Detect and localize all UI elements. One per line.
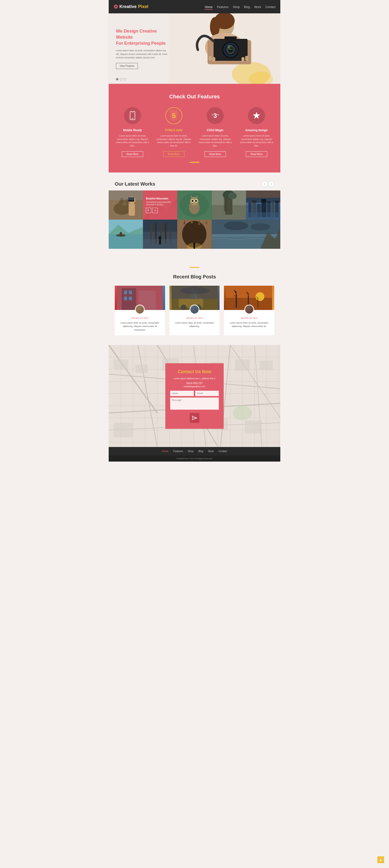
hero-title-line2: For Enterprising People: [116, 41, 166, 46]
work-item-1[interactable]: [109, 190, 143, 220]
nav-item-blog[interactable]: Blog: [244, 5, 250, 9]
footer-link-features[interactable]: Features: [173, 450, 183, 453]
nav-item-contact[interactable]: Contact: [266, 5, 275, 9]
nav-item-work[interactable]: Work: [254, 5, 261, 9]
works-prev-button[interactable]: ‹: [262, 181, 267, 187]
nav-item-shop[interactable]: Shop: [233, 5, 240, 9]
feature-icon-css3: 3 ≡ ≡: [207, 107, 224, 124]
svg-rect-19: [212, 57, 215, 61]
brand-name-pixel: Pixel: [138, 4, 148, 9]
svg-point-122: [180, 287, 209, 294]
contact-message-textarea[interactable]: [170, 397, 219, 410]
hero-cta-button[interactable]: View Projects: [116, 63, 138, 69]
work-cliff-svg: [212, 220, 280, 249]
footer-link-home[interactable]: Home: [162, 450, 169, 453]
nav-link-home[interactable]: Home: [205, 5, 212, 10]
work-rock-svg: [212, 190, 246, 220]
work-item-8[interactable]: [177, 220, 211, 249]
blog-text-3: Lorem ipsum dolor sit amet, consectetur …: [227, 321, 271, 328]
work-item-5[interactable]: [246, 190, 280, 220]
work-photo-city: [246, 190, 280, 220]
nav-link-contact[interactable]: Contact: [266, 5, 275, 9]
svg-point-99: [193, 243, 195, 245]
blog-date-3: January 09, 2014: [227, 317, 271, 319]
work-photo-dog: [109, 190, 143, 220]
work-city-svg: [246, 190, 280, 220]
brand-name-kreative: Kreative: [119, 4, 137, 9]
contact-submit-button[interactable]: [190, 413, 199, 423]
svg-rect-175: [260, 361, 273, 370]
hero-dot-2[interactable]: [120, 78, 122, 81]
works-next-button[interactable]: ›: [268, 181, 274, 187]
blog-title-bold: Blog Posts: [190, 274, 216, 279]
work-dog-svg: [109, 190, 143, 220]
features-section: Check Out Features Mobile Ready Lorem ip…: [109, 84, 280, 173]
svg-point-103: [224, 221, 248, 230]
hero-camera-svg: [169, 13, 280, 84]
svg-point-53: [191, 200, 193, 202]
contact-form-name-email-row: [170, 391, 219, 396]
svg-rect-176: [114, 423, 133, 437]
read-more-design-button[interactable]: Read More: [246, 151, 267, 157]
feature-desc-mobile: Lorem ipsum dolor sit amet, consectetur …: [114, 134, 151, 148]
blog-avatar-3: [244, 305, 254, 314]
features-bottom-bar: [114, 162, 275, 163]
feature-item-mobile: Mobile Ready Lorem ipsum dolor sit amet,…: [114, 107, 151, 157]
nav-link-shop[interactable]: Shop: [233, 5, 240, 9]
footer-link-shop[interactable]: Shop: [188, 450, 193, 453]
read-more-mobile-button[interactable]: Read More: [122, 151, 143, 157]
footer-link-contact[interactable]: Contact: [218, 450, 227, 453]
feature-item-html5: 5 HTML5 Valid Lorem ipsum dolor sit amet…: [156, 107, 192, 157]
blog-avatar-img-3: [245, 305, 253, 314]
hero-image: [169, 13, 280, 84]
contact-section: Contact Us Now Lorem ipsum address line …: [109, 345, 280, 447]
send-icon: [192, 416, 197, 420]
svg-rect-39: [129, 204, 135, 216]
work-item-7[interactable]: [143, 220, 177, 249]
nav-item-features[interactable]: Features: [217, 5, 228, 9]
svg-rect-61: [224, 196, 226, 211]
blog-card-1: January 13, 2014 Lorem ipsum dolor sit a…: [115, 286, 165, 335]
work-item-2[interactable]: Beatiful Mountain Something more beautif…: [143, 190, 177, 220]
svg-rect-18: [209, 56, 212, 61]
nav-link-features[interactable]: Features: [217, 5, 228, 9]
contact-name-input[interactable]: [170, 391, 194, 396]
contact-card-title: Contact Us Now: [170, 369, 219, 374]
blog-section: Recent Blog Posts: [109, 254, 280, 345]
footer-link-work[interactable]: Work: [208, 450, 214, 453]
blog-section-title: Recent Blog Posts: [115, 274, 274, 280]
svg-rect-171: [136, 364, 148, 373]
work-owl-svg: [177, 190, 211, 220]
read-more-css3-button[interactable]: Read More: [205, 151, 226, 157]
blog-grid: January 13, 2014 Lorem ipsum dolor sit a…: [115, 286, 274, 335]
blog-card-3: January 09, 2014 Lorem ipsum dolor sit a…: [224, 286, 274, 335]
footer-copyright-text: KreativePixel © 2014 All Rights Reserved…: [176, 458, 212, 460]
css3-icon: 3 ≡ ≡: [211, 111, 220, 120]
work-item-2-link-button[interactable]: ↗: [152, 208, 157, 213]
svg-text:≡: ≡: [211, 113, 213, 117]
svg-rect-22: [245, 57, 248, 58]
footer-link-blog[interactable]: Blog: [199, 450, 203, 453]
hero-section: We Design Creative Website For Enterpris…: [109, 13, 280, 84]
footer-nav: Home Features Shop Blog Work Contact: [109, 447, 280, 456]
work-item-2-search-button[interactable]: 🔍: [146, 208, 151, 213]
hero-title-line1: We Design: [116, 29, 138, 33]
work-pier-svg: [143, 220, 177, 249]
blog-date-2: January 10, 2014: [172, 317, 217, 319]
mobile-icon: [129, 111, 136, 120]
features-title-normal: Check Out: [169, 94, 196, 100]
read-more-html5-button[interactable]: Read More: [163, 151, 184, 157]
work-item-6[interactable]: [109, 220, 143, 249]
work-item-4[interactable]: [212, 190, 246, 220]
hero-dot-1[interactable]: [116, 78, 118, 81]
work-item-9[interactable]: [212, 220, 280, 249]
nav-link-blog[interactable]: Blog: [244, 5, 250, 9]
nav-item-home[interactable]: Home: [205, 5, 212, 9]
works-nav-controls: ‹ ›: [262, 181, 274, 187]
feature-item-css3: 3 ≡ ≡ CSS3 Magic Lorem ipsum dolor sit a…: [197, 107, 233, 157]
hero-dot-3[interactable]: [124, 78, 126, 81]
work-item-3[interactable]: [177, 190, 211, 220]
nav-link-work[interactable]: Work: [254, 5, 261, 9]
contact-email-input[interactable]: [195, 391, 219, 396]
works-grid: Beatiful Mountain Something more beautif…: [109, 190, 280, 249]
